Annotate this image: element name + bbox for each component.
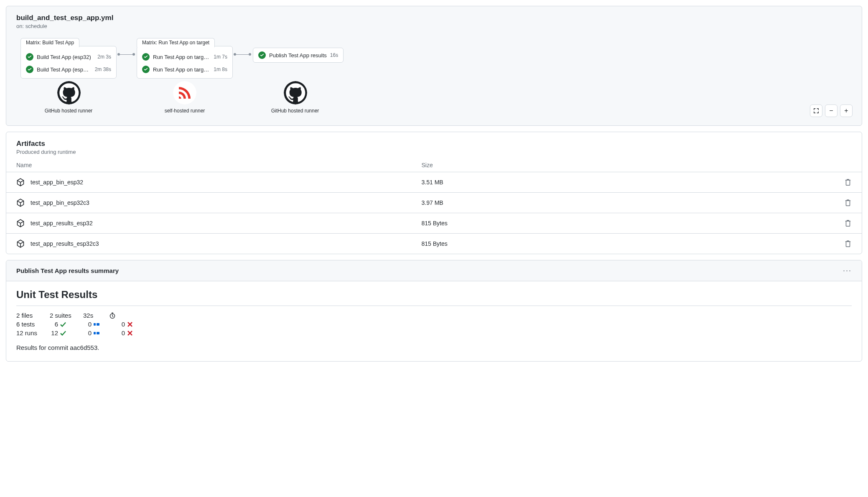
stopwatch-icon — [109, 312, 116, 319]
summary-line-files: 2 files 2 suites 32s — [16, 312, 852, 319]
success-icon — [142, 53, 150, 61]
runner-label: self-hosted runner — [153, 108, 216, 114]
fullscreen-icon — [813, 108, 819, 114]
svg-rect-12 — [97, 332, 99, 334]
job-duration: 16s — [330, 52, 338, 58]
graph-zoom-controls: − + — [810, 104, 853, 117]
check-icon — [60, 330, 66, 336]
delete-artifact-button[interactable] — [844, 199, 852, 206]
artifact-size: 3.51 MB — [422, 179, 827, 186]
github-logo-icon — [57, 81, 81, 104]
artifact-name: test_app_results_esp32c3 — [31, 240, 99, 247]
summary-line-tests: 6 tests 6 0 0 — [16, 321, 852, 328]
fullscreen-button[interactable] — [810, 104, 822, 117]
skip-icon — [93, 321, 100, 328]
skip-icon — [93, 330, 100, 336]
summary-menu-button[interactable]: ··· — [843, 266, 852, 275]
summary-line-runs: 12 runs 12 0 0 — [16, 329, 852, 336]
artifact-size: 3.97 MB — [422, 199, 827, 206]
job-duration: 1m 7s — [214, 54, 227, 60]
artifact-name: test_app_bin_esp32c3 — [31, 199, 89, 206]
job-run-target-1[interactable]: Run Test App on target (e... 1m 8s — [137, 63, 232, 76]
job-name: Build Test App (esp32c3) — [37, 66, 92, 73]
artifact-row[interactable]: test_app_results_esp32 815 Bytes — [6, 213, 862, 233]
job-name: Build Test App (esp32) — [37, 54, 94, 60]
zoom-out-button[interactable]: − — [825, 104, 837, 117]
matrix-run-test-app[interactable]: Matrix: Run Test App on target Run Test … — [137, 46, 233, 79]
matrix-tab-label: Matrix: Run Test App on target — [137, 38, 215, 47]
job-duration: 2m 38s — [95, 66, 111, 72]
job-duration: 1m 8s — [214, 66, 227, 72]
summary-panel: Publish Test App results summary ··· Uni… — [6, 260, 862, 362]
job-name: Publish Test App results — [269, 52, 327, 59]
job-run-target-0[interactable]: Run Test App on target (e... 1m 7s — [137, 51, 232, 63]
artifact-row[interactable]: test_app_results_esp32c3 815 Bytes — [6, 233, 862, 254]
summary-title: Unit Test Results — [16, 289, 852, 301]
workflow-filename: build_and_test_esp_app.yml — [16, 14, 852, 22]
job-build-esp32[interactable]: Build Test App (esp32) 2m 3s — [21, 51, 116, 63]
artifacts-subtitle: Produced during runtime — [16, 149, 852, 155]
col-name: Name — [16, 162, 422, 168]
artifacts-title: Artifacts — [16, 140, 852, 148]
success-icon — [26, 66, 33, 73]
success-icon — [258, 51, 266, 59]
svg-rect-11 — [94, 332, 96, 334]
success-icon — [142, 66, 150, 73]
svg-rect-10 — [97, 323, 99, 326]
success-icon — [26, 53, 33, 61]
artifact-row[interactable]: test_app_bin_esp32c3 3.97 MB — [6, 192, 862, 213]
job-name: Run Test App on target (e... — [153, 66, 210, 73]
espressif-logo-icon — [173, 81, 196, 104]
matrix-build-test-app[interactable]: Matrix: Build Test App Build Test App (e… — [20, 46, 117, 79]
job-build-esp32c3[interactable]: Build Test App (esp32c3) 2m 38s — [21, 63, 116, 76]
zoom-in-button[interactable]: + — [840, 104, 853, 117]
workflow-trigger: on: schedule — [16, 23, 852, 29]
artifact-name: test_app_results_esp32 — [31, 220, 93, 227]
check-icon — [60, 321, 66, 328]
runner-label: GitHub hosted runner — [37, 108, 100, 114]
delete-artifact-button[interactable] — [844, 178, 852, 186]
matrix-tab-label: Matrix: Build Test App — [20, 38, 79, 47]
artifacts-header-row: Name Size — [6, 158, 862, 172]
job-publish-results[interactable]: Publish Test App results 16s — [253, 48, 344, 63]
summary-header: Publish Test App results summary — [16, 267, 119, 274]
artifact-name: test_app_bin_esp32 — [31, 179, 83, 186]
package-icon — [16, 219, 25, 227]
package-icon — [16, 240, 25, 248]
svg-point-6 — [173, 81, 196, 104]
github-logo-icon — [284, 81, 307, 104]
workflow-graph-panel: build_and_test_esp_app.yml on: schedule … — [6, 6, 862, 126]
minus-icon: − — [829, 107, 833, 115]
svg-rect-9 — [94, 323, 96, 326]
artifact-size: 815 Bytes — [422, 220, 827, 227]
artifact-size: 815 Bytes — [422, 240, 827, 247]
package-icon — [16, 199, 25, 207]
commit-line: Results for commit aac6d553. — [16, 344, 852, 351]
runner-label: GitHub hosted runner — [264, 108, 326, 114]
job-name: Run Test App on target (e... — [153, 54, 210, 60]
delete-artifact-button[interactable] — [844, 219, 852, 227]
package-icon — [16, 178, 25, 186]
artifact-row[interactable]: test_app_bin_esp32 3.51 MB — [6, 172, 862, 192]
job-duration: 2m 3s — [97, 54, 111, 60]
plus-icon: + — [844, 107, 848, 115]
delete-artifact-button[interactable] — [844, 240, 852, 247]
artifacts-panel: Artifacts Produced during runtime Name S… — [6, 132, 862, 254]
col-size: Size — [422, 162, 827, 168]
fail-icon — [127, 321, 133, 328]
fail-icon — [127, 330, 133, 336]
graph-area: Matrix: Build Test App Build Test App (e… — [16, 38, 852, 121]
